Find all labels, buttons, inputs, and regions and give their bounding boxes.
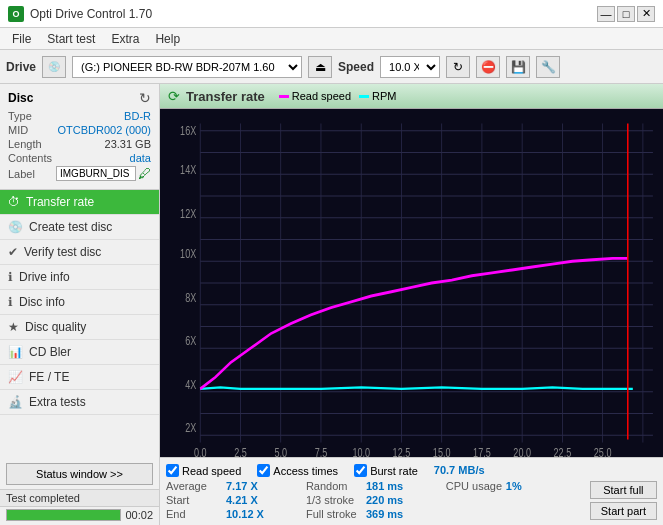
statusbar-bottom: Test completed [0,489,159,506]
stats-start-row: Start 4.21 X [166,493,306,507]
stroke-1-3-value: 220 ms [366,494,421,506]
check-burst-rate-input[interactable] [354,464,367,477]
disc-mid-row: MID OTCBDR002 (000) [8,124,151,136]
nav-drive-info-label: Drive info [19,270,70,284]
disc-refresh-icon[interactable]: ↻ [139,90,151,106]
end-label: End [166,508,226,520]
stats-col-middle: Random 181 ms 1/3 stroke 220 ms Full str… [306,479,446,521]
start-part-button[interactable]: Start part [590,502,657,520]
check-read-speed[interactable]: Read speed [166,464,241,477]
stats-end-row: End 10.12 X [166,507,306,521]
main-layout: Disc ↻ Type BD-R MID OTCBDR002 (000) Len… [0,84,663,525]
stats-random-row: Random 181 ms [306,479,446,493]
menu-file[interactable]: File [4,30,39,47]
save-button[interactable]: 💾 [506,56,530,78]
left-panel: Disc ↻ Type BD-R MID OTCBDR002 (000) Len… [0,84,160,525]
svg-text:12.5: 12.5 [393,445,411,457]
disc-info: Disc ↻ Type BD-R MID OTCBDR002 (000) Len… [0,84,159,190]
legend-read-speed-label: Read speed [292,90,351,102]
disc-label-label: Label [8,168,35,180]
verify-test-disc-icon: ✔ [8,245,18,259]
stats-1_3stroke-row: 1/3 stroke 220 ms [306,493,446,507]
svg-text:14X: 14X [180,163,197,177]
svg-text:16X: 16X [180,123,197,137]
stats-checkboxes: Read speed Access times Burst rate 70.7 … [166,462,657,479]
disc-header: Disc ↻ [8,90,151,106]
nav-menu: ⏱ Transfer rate 💿 Create test disc ✔ Ver… [0,190,159,459]
disc-type-row: Type BD-R [8,110,151,122]
nav-extra-tests[interactable]: 🔬 Extra tests [0,390,159,415]
titlebar-controls: — □ ✕ [597,6,655,22]
drive-icon: 💿 [42,56,66,78]
speed-select[interactable]: 10.0 X ↓ [380,56,440,78]
time-display: 00:02 [125,509,153,521]
nav-disc-quality-label: Disc quality [25,320,86,334]
start-full-button[interactable]: Start full [590,481,657,499]
progress-bar-fill [7,510,120,520]
disc-type-label: Type [8,110,32,122]
stats-area: Read speed Access times Burst rate 70.7 … [160,457,663,525]
check-read-speed-input[interactable] [166,464,179,477]
menu-help[interactable]: Help [147,30,188,47]
create-test-disc-icon: 💿 [8,220,23,234]
disc-label-input[interactable] [56,166,136,181]
chart-legend: Read speed RPM [279,90,397,102]
titlebar-left: O Opti Drive Control 1.70 [8,6,152,22]
check-access-times-label: Access times [273,465,338,477]
check-access-times[interactable]: Access times [257,464,338,477]
average-label: Average [166,480,226,492]
legend-rpm-dot [359,95,369,98]
disc-length-label: Length [8,138,42,150]
disc-length-row: Length 23.31 GB [8,138,151,150]
settings-button[interactable]: ⛔ [476,56,500,78]
menu-extra[interactable]: Extra [103,30,147,47]
extra-button[interactable]: 🔧 [536,56,560,78]
chart-header: ⟳ Transfer rate Read speed RPM [160,84,663,109]
legend-read-speed-dot [279,95,289,98]
progress-bar [6,509,121,521]
svg-text:5.0: 5.0 [274,445,287,457]
random-value: 181 ms [366,480,421,492]
disc-contents-row: Contents data [8,152,151,164]
disc-contents-label: Contents [8,152,52,164]
completed-text: Test completed [6,492,80,504]
menubar: File Start test Extra Help [0,28,663,50]
stats-cpu-row: CPU usage 1% [446,479,586,493]
check-burst-rate[interactable]: Burst rate [354,464,418,477]
nav-create-test-disc[interactable]: 💿 Create test disc [0,215,159,240]
nav-fe-te[interactable]: 📈 FE / TE [0,365,159,390]
transfer-rate-icon: ⏱ [8,195,20,209]
disc-section-label: Disc [8,91,33,105]
chart-svg: 16X 14X 12X 10X 8X 6X 4X 2X 0.0 2.5 5.0 … [160,109,663,457]
menu-start-test[interactable]: Start test [39,30,103,47]
extra-tests-icon: 🔬 [8,395,23,409]
disc-label-icon[interactable]: 🖊 [138,166,151,181]
refresh-speed-button[interactable]: ↻ [446,56,470,78]
chart-title: Transfer rate [186,89,265,104]
stats-average-row: Average 7.17 X [166,479,306,493]
svg-text:6X: 6X [185,334,196,348]
drive-info-icon: ℹ [8,270,13,284]
random-label: Random [306,480,366,492]
check-access-times-input[interactable] [257,464,270,477]
full-stroke-value: 369 ms [366,508,421,520]
minimize-button[interactable]: — [597,6,615,22]
nav-disc-info[interactable]: ℹ Disc info [0,290,159,315]
nav-create-test-disc-label: Create test disc [29,220,112,234]
svg-text:2X: 2X [185,421,196,435]
drive-select[interactable]: (G:) PIONEER BD-RW BDR-207M 1.60 [72,56,302,78]
nav-cd-bler[interactable]: 📊 CD Bler [0,340,159,365]
close-button[interactable]: ✕ [637,6,655,22]
eject-button[interactable]: ⏏ [308,56,332,78]
status-window-button[interactable]: Status window >> [6,463,153,485]
nav-verify-test-disc[interactable]: ✔ Verify test disc [0,240,159,265]
svg-text:2.5: 2.5 [234,445,247,457]
nav-transfer-rate[interactable]: ⏱ Transfer rate [0,190,159,215]
nav-drive-info[interactable]: ℹ Drive info [0,265,159,290]
svg-text:10X: 10X [180,247,197,261]
svg-text:17.5: 17.5 [473,445,491,457]
svg-text:22.5: 22.5 [554,445,572,457]
maximize-button[interactable]: □ [617,6,635,22]
nav-disc-quality[interactable]: ★ Disc quality [0,315,159,340]
svg-text:15.0: 15.0 [433,445,451,457]
